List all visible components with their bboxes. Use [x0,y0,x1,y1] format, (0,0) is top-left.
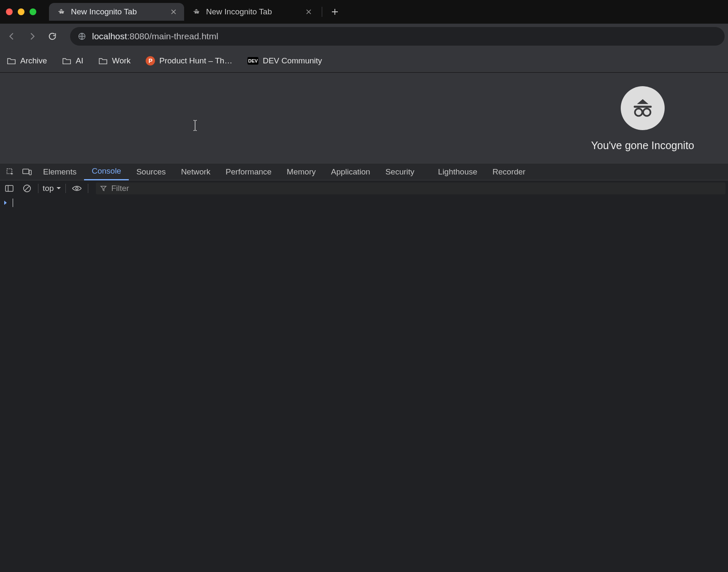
url-text: localhost:8080/main-thread.html [92,31,218,41]
browser-tab-0[interactable]: New Incognito Tab [49,3,184,21]
minimize-window-button[interactable] [18,8,24,15]
divider [38,184,38,193]
svg-rect-1 [634,106,652,108]
console-prompt[interactable] [3,199,725,207]
devtools-tab-recorder[interactable]: Recorder [485,163,533,180]
svg-rect-5 [23,169,29,174]
svg-point-3 [643,109,650,116]
divider [88,184,88,193]
bookmark-archive[interactable]: Archive [4,54,49,67]
bookmark-dev-community[interactable]: DEV DEV Community [245,54,324,67]
product-hunt-icon: P [146,56,155,65]
address-bar[interactable]: localhost:8080/main-thread.html [70,27,725,46]
new-tab-button[interactable] [329,6,341,18]
devtools-tab-network[interactable]: Network [174,163,218,180]
browser-tab-1[interactable]: New Incognito Tab [184,3,319,21]
bookmark-ai[interactable]: AI [60,54,86,67]
url-host: localhost [92,31,127,41]
divider [65,184,66,193]
bookmark-bar: Archive AI Work P Product Hunt – Th… DEV… [0,49,728,73]
tab-divider [322,7,322,17]
back-button[interactable] [3,28,20,45]
folder-icon [98,57,108,65]
tab-title: New Incognito Tab [71,7,137,16]
devtools-tab-performance[interactable]: Performance [218,163,279,180]
console-filter-input[interactable]: Filter [96,182,725,194]
chevron-down-icon [56,187,61,190]
svg-rect-7 [5,185,13,191]
incognito-icon [192,7,201,16]
folder-icon [7,57,16,65]
incognito-text: You've gone Incognito [591,139,694,152]
svg-point-11 [76,187,79,190]
live-expression-icon[interactable] [70,182,84,195]
bookmark-label: Work [112,56,130,65]
browser-toolbar: localhost:8080/main-thread.html [0,24,728,49]
devtools-tab-bar: Elements Console Sources Network Perform… [0,163,728,180]
context-label: top [43,184,54,193]
device-toolbar-icon[interactable] [19,163,35,180]
bookmark-label: Archive [20,56,47,65]
devtools-tab-memory[interactable]: Memory [279,163,323,180]
execution-context-selector[interactable]: top [43,184,61,193]
close-tab-icon[interactable] [305,8,312,16]
bookmark-label: Product Hunt – Th… [159,56,232,65]
dev-icon: DEV [247,57,258,65]
folder-icon [62,57,71,65]
filter-icon [100,185,107,192]
clear-console-icon[interactable] [20,182,34,195]
page-content: You've gone Incognito [0,73,728,163]
svg-point-2 [635,109,642,116]
chevron-right-icon [3,200,8,205]
globe-icon [78,32,86,41]
incognito-icon [57,7,66,16]
toggle-sidebar-icon[interactable] [3,182,16,195]
devtools-tab-elements[interactable]: Elements [35,163,84,180]
close-window-button[interactable] [6,8,13,15]
devtools-tab-application[interactable]: Application [323,163,378,180]
filter-placeholder: Filter [111,184,129,193]
maximize-window-button[interactable] [30,8,36,15]
incognito-banner: You've gone Incognito [591,86,694,152]
url-rest: :8080/main-thread.html [127,31,218,41]
inspect-element-icon[interactable] [2,163,19,180]
bookmark-product-hunt[interactable]: P Product Hunt – Th… [143,54,235,67]
devtools-tab-lighthouse[interactable]: Lighthouse [430,163,485,180]
devtools-tab-console[interactable]: Console [84,163,129,180]
close-tab-icon[interactable] [170,8,177,16]
bookmark-label: DEV Community [263,56,322,65]
input-caret [13,199,13,207]
console-output[interactable] [0,196,728,572]
devtools-tab-sources[interactable]: Sources [129,163,174,180]
text-cursor-icon [192,120,198,131]
svg-line-10 [25,186,30,191]
svg-rect-6 [29,170,31,174]
window-controls [6,8,36,15]
incognito-large-icon [621,86,665,130]
reload-button[interactable] [44,28,61,45]
tab-strip: New Incognito Tab New Incognito Tab [0,0,728,24]
bookmark-work[interactable]: Work [96,54,133,67]
forward-button[interactable] [24,28,41,45]
console-toolbar: top Filter [0,180,728,196]
bookmark-label: AI [76,56,83,65]
tab-title: New Incognito Tab [206,7,272,16]
devtools-tab-security[interactable]: Security [378,163,422,180]
